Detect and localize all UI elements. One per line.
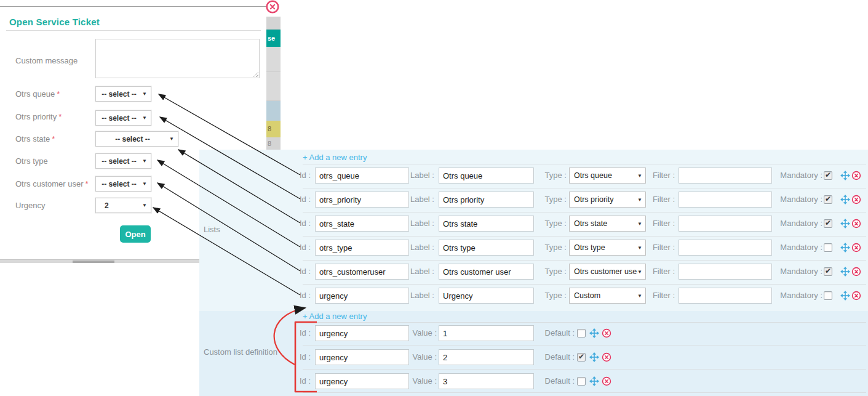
list-entry-row: Id : Label : Type : Otrs customer user▼ … bbox=[199, 264, 868, 280]
entry-filter-input[interactable] bbox=[679, 192, 772, 208]
row-separator bbox=[303, 260, 866, 261]
row-separator bbox=[303, 369, 866, 370]
entry-type-select[interactable]: Otrs queue▼ bbox=[569, 168, 646, 184]
custom-message-textarea[interactable] bbox=[95, 39, 260, 78]
list-entry-row: Id : Label : Type : Custom▼ Filter : Man… bbox=[199, 288, 868, 304]
entry-filter-input[interactable] bbox=[679, 168, 772, 184]
default-checkbox[interactable] bbox=[577, 353, 586, 362]
entry-id-input[interactable] bbox=[315, 168, 409, 184]
chevron-down-icon: ▼ bbox=[637, 245, 642, 251]
entry-filter-input[interactable] bbox=[679, 288, 772, 304]
list-entry-row: Id : Label : Type : Otrs queue▼ Filter :… bbox=[199, 168, 868, 184]
move-icon[interactable] bbox=[589, 376, 599, 386]
otrs-customer-user-label: Otrs customer user* bbox=[15, 176, 89, 192]
background-cell bbox=[266, 47, 281, 72]
screenshot-stage: se 8 8 Open Service Ticket Custom messag… bbox=[0, 0, 868, 396]
delete-icon[interactable] bbox=[602, 328, 611, 338]
background-cell-yellow: 8 bbox=[266, 121, 281, 137]
urgency-select[interactable]: 2 ▼ bbox=[95, 198, 151, 213]
chevron-down-icon: ▼ bbox=[637, 173, 642, 179]
urgency-label: Urgency bbox=[15, 198, 45, 213]
entry-label-input[interactable] bbox=[439, 216, 534, 232]
add-entry-link-custom[interactable]: + Add a new entry bbox=[303, 312, 367, 321]
entry-id-input[interactable] bbox=[315, 240, 409, 256]
delete-icon[interactable] bbox=[851, 171, 861, 180]
delete-icon[interactable] bbox=[851, 267, 861, 277]
list-entry-row: Id : Label : Type : Otrs state▼ Filter :… bbox=[199, 216, 868, 232]
move-icon[interactable] bbox=[840, 243, 850, 253]
otrs-queue-select[interactable]: -- select -- ▼ bbox=[95, 86, 151, 102]
list-entry-row: Id : Label : Type : Otrs priority▼ Filte… bbox=[199, 192, 868, 208]
row-separator bbox=[303, 322, 866, 323]
entry-filter-input[interactable] bbox=[679, 240, 772, 256]
mandatory-checkbox[interactable] bbox=[824, 195, 832, 204]
move-icon[interactable] bbox=[840, 219, 850, 228]
entry-label-input[interactable] bbox=[439, 264, 534, 280]
custom-id-input[interactable] bbox=[315, 349, 409, 365]
entry-type-select[interactable]: Custom▼ bbox=[569, 288, 646, 304]
entry-filter-input[interactable] bbox=[679, 264, 772, 280]
background-cell bbox=[266, 101, 281, 121]
delete-icon[interactable] bbox=[602, 376, 611, 386]
mandatory-checkbox[interactable] bbox=[824, 219, 832, 228]
otrs-state-select[interactable]: -- select -- ▼ bbox=[95, 131, 178, 147]
row-separator bbox=[303, 164, 866, 164]
entry-type-select[interactable]: Otrs priority▼ bbox=[569, 192, 646, 208]
entry-id-input[interactable] bbox=[315, 216, 409, 232]
default-checkbox[interactable] bbox=[577, 329, 586, 337]
custom-list-row: Id : Value : Default : bbox=[199, 349, 868, 365]
entry-id-input[interactable] bbox=[315, 264, 409, 280]
custom-list-row: Id : Value : Default : bbox=[199, 325, 868, 341]
entry-type-select[interactable]: Otrs customer user▼ bbox=[569, 264, 646, 280]
entry-label-input[interactable] bbox=[439, 192, 534, 208]
delete-icon[interactable] bbox=[851, 219, 861, 228]
entry-id-input[interactable] bbox=[315, 288, 409, 304]
open-button[interactable]: Open bbox=[120, 225, 151, 243]
entry-filter-input[interactable] bbox=[679, 216, 772, 232]
move-icon[interactable] bbox=[840, 291, 850, 301]
row-separator bbox=[303, 236, 866, 236]
mandatory-checkbox[interactable] bbox=[824, 243, 832, 252]
row-separator bbox=[303, 212, 866, 212]
entry-type-select[interactable]: Otrs type▼ bbox=[569, 240, 646, 256]
scrollbar-thumb[interactable] bbox=[73, 261, 114, 263]
otrs-customer-user-select[interactable]: -- select -- ▼ bbox=[95, 176, 151, 192]
otrs-type-select[interactable]: -- select -- ▼ bbox=[95, 153, 151, 169]
move-icon[interactable] bbox=[840, 195, 850, 204]
default-checkbox[interactable] bbox=[577, 377, 586, 386]
custom-id-input[interactable] bbox=[315, 325, 409, 341]
mandatory-checkbox[interactable] bbox=[824, 267, 832, 276]
otrs-priority-select[interactable]: -- select -- ▼ bbox=[95, 110, 151, 126]
background-horizontal-scrollbar[interactable] bbox=[0, 259, 201, 263]
move-icon[interactable] bbox=[589, 352, 599, 362]
delete-icon[interactable] bbox=[851, 291, 861, 301]
entry-label-input[interactable] bbox=[439, 240, 534, 256]
move-icon[interactable] bbox=[840, 267, 850, 277]
chevron-down-icon: ▼ bbox=[637, 197, 642, 203]
delete-icon[interactable] bbox=[851, 243, 861, 253]
row-separator bbox=[303, 188, 866, 188]
chevron-down-icon: ▼ bbox=[142, 158, 147, 164]
mandatory-checkbox[interactable] bbox=[824, 171, 832, 180]
chevron-down-icon: ▼ bbox=[169, 136, 174, 142]
move-icon[interactable] bbox=[589, 328, 599, 338]
entry-label-input[interactable] bbox=[439, 168, 534, 184]
otrs-state-label: Otrs state* bbox=[15, 131, 55, 147]
entry-label-input[interactable] bbox=[439, 288, 534, 304]
move-icon[interactable] bbox=[840, 171, 850, 180]
entry-id-input[interactable] bbox=[315, 192, 409, 208]
delete-icon[interactable] bbox=[851, 195, 861, 204]
entry-type-select[interactable]: Otrs state▼ bbox=[569, 216, 646, 232]
close-icon[interactable] bbox=[265, 0, 280, 14]
custom-message-label: Custom message bbox=[15, 53, 78, 68]
chevron-down-icon: ▼ bbox=[637, 269, 642, 275]
mandatory-checkbox[interactable] bbox=[824, 291, 832, 300]
delete-icon[interactable] bbox=[602, 352, 611, 362]
chevron-down-icon: ▼ bbox=[637, 221, 642, 227]
custom-id-input[interactable] bbox=[315, 373, 409, 389]
chevron-down-icon: ▼ bbox=[142, 181, 147, 187]
chevron-down-icon: ▼ bbox=[142, 91, 147, 97]
chevron-down-icon: ▼ bbox=[142, 115, 147, 121]
add-entry-link-lists[interactable]: + Add a new entry bbox=[303, 153, 367, 162]
modal-title: Open Service Ticket bbox=[9, 17, 100, 27]
